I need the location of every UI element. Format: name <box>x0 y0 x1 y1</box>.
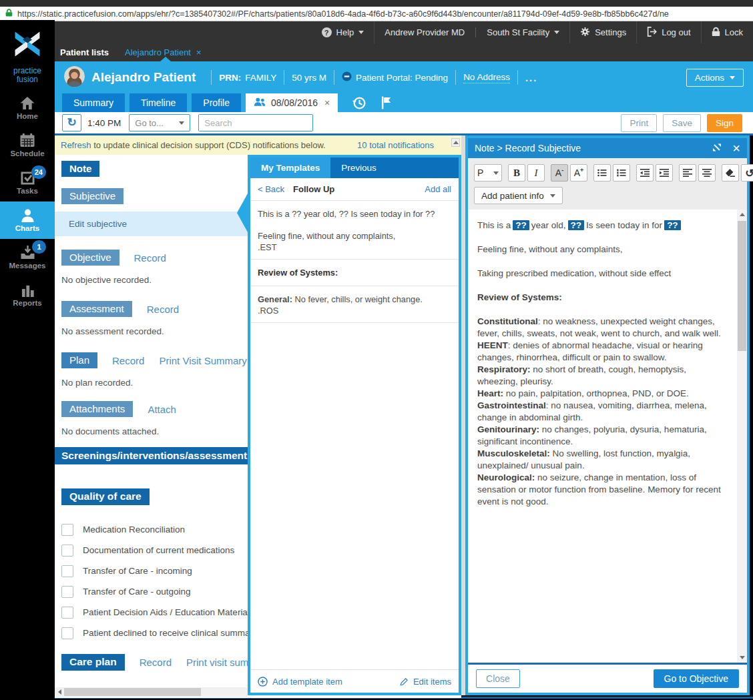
flag-icon[interactable] <box>381 93 391 112</box>
sidebar-item-charts[interactable]: Charts <box>0 202 55 239</box>
close-button[interactable]: Close <box>476 669 520 688</box>
ros-line: Gastrointestinal: no nausea, vomiting, d… <box>477 400 727 424</box>
scrollbar-thumb[interactable] <box>64 688 201 696</box>
sidebar-item-messages[interactable]: Messages 1 <box>0 239 55 276</box>
scroll-left-arrow[interactable] <box>55 687 64 697</box>
numbered-list-button[interactable] <box>613 164 630 182</box>
refresh-button[interactable] <box>62 114 81 131</box>
scroll-down-arrow[interactable] <box>737 653 747 663</box>
record-objective-link[interactable]: Record <box>134 252 166 264</box>
encounter-history-button[interactable] <box>352 93 366 112</box>
url-text[interactable]: https://static.practicefusion.com/apps/e… <box>17 9 669 19</box>
practice-fusion-logo[interactable]: practice fusion <box>0 20 55 84</box>
divider <box>475 27 476 37</box>
tab-my-templates[interactable]: My Templates <box>250 157 330 178</box>
add-all-link[interactable]: Add all <box>425 184 451 194</box>
attach-link[interactable]: Attach <box>148 404 176 415</box>
checkbox[interactable] <box>61 565 73 577</box>
checkbox[interactable] <box>61 586 73 598</box>
tab-summary[interactable]: Summary <box>62 93 125 112</box>
edit-subjective-row[interactable]: Edit subjective <box>55 212 248 236</box>
clear-formatting-button[interactable] <box>722 164 739 182</box>
save-button[interactable]: Save <box>663 114 701 132</box>
italic-button[interactable]: I <box>527 164 545 182</box>
tab-alejandro-patient[interactable]: Alejandro Patient × <box>125 47 202 57</box>
lock-button[interactable]: Lock <box>701 21 753 43</box>
logout-label: Log out <box>662 27 690 37</box>
align-center-button[interactable] <box>698 164 716 182</box>
ros-line: Musculoskeletal: No swelling, lost funct… <box>477 448 727 472</box>
bold-button[interactable]: B <box>508 164 525 182</box>
checkbox[interactable] <box>61 524 73 536</box>
cds-count-link[interactable]: 10 total notifications <box>357 140 434 150</box>
tab-timeline[interactable]: Timeline <box>130 93 187 112</box>
edit-items-button[interactable]: Edit items <box>400 677 451 687</box>
cds-refresh-link[interactable]: Refresh <box>61 140 91 150</box>
vertical-scrollbar[interactable] <box>737 210 747 663</box>
no-address-link[interactable]: No Address <box>463 72 510 83</box>
tab-profile[interactable]: Profile <box>192 93 241 112</box>
provider-facility-menu[interactable]: Andrew Provider MD South St Facility <box>374 21 569 43</box>
placeholder-token[interactable]: ?? <box>513 220 529 230</box>
sidebar-item-tasks[interactable]: Tasks 24 <box>0 164 55 202</box>
settings-button[interactable]: Settings <box>569 21 636 43</box>
sign-button[interactable]: Sign <box>707 114 742 132</box>
record-assessment-link[interactable]: Record <box>147 304 179 315</box>
actions-label: Actions <box>695 73 724 83</box>
horizontal-scrollbar[interactable] <box>55 687 248 697</box>
templates-popover: My Templates Previous < Back Follow Up A… <box>248 155 461 695</box>
checkbox[interactable] <box>61 545 73 557</box>
portal-label: Patient Portal: Pending <box>356 73 448 83</box>
search-input[interactable] <box>199 115 313 131</box>
browser-url-bar[interactable]: https://static.practicefusion.com/apps/e… <box>0 7 753 21</box>
back-link[interactable]: < Back <box>258 184 284 194</box>
attachments-badge: Attachments <box>61 401 133 417</box>
sidebar-item-reports[interactable]: Reports <box>0 276 55 314</box>
increase-font-button[interactable]: A+ <box>570 164 587 182</box>
expand-icon[interactable] <box>712 142 722 155</box>
actions-button[interactable]: Actions <box>686 69 744 87</box>
placeholder-token[interactable]: ?? <box>568 220 585 230</box>
patient-portal-status[interactable]: Patient Portal: Pending <box>342 71 448 83</box>
checkbox[interactable] <box>61 627 73 639</box>
template-item[interactable]: This is a ?? year old, ?? Is seen today … <box>250 201 459 260</box>
paragraph-style-select[interactable]: P <box>474 164 502 182</box>
tab-patient-lists[interactable]: Patient lists <box>60 47 109 57</box>
cds-notification-bar: Refresh to update clinical decision supp… <box>55 135 461 155</box>
bullet-list-button[interactable] <box>593 164 611 182</box>
more-options-button[interactable]: ... <box>525 72 538 83</box>
popover-arrow <box>237 194 248 232</box>
sidebar-item-schedule[interactable]: Schedule <box>0 127 55 164</box>
scrollbar-thumb[interactable] <box>738 221 746 351</box>
close-icon[interactable]: × <box>324 97 330 108</box>
indent-button[interactable] <box>656 164 673 182</box>
record-care-plan-link[interactable]: Record <box>140 657 172 668</box>
undo-button[interactable] <box>741 164 753 182</box>
print-button[interactable]: Print <box>621 114 657 132</box>
checkbox[interactable] <box>61 607 73 619</box>
record-plan-link[interactable]: Record <box>112 355 144 366</box>
logout-button[interactable]: Log out <box>636 21 700 43</box>
editor-breadcrumb: Note > Record Subjective <box>475 143 581 153</box>
add-template-item-button[interactable]: Add template item <box>258 677 342 687</box>
add-patient-info-button[interactable]: Add patient info <box>474 187 563 204</box>
align-left-button[interactable] <box>679 164 696 182</box>
decrease-font-button[interactable]: A- <box>551 164 568 182</box>
go-to-objective-button[interactable]: Go to Objective <box>654 669 740 688</box>
close-icon[interactable]: × <box>196 47 202 57</box>
sidebar-item-home[interactable]: Home <box>0 89 55 127</box>
template-item[interactable]: General: No fever, chills, or weight cha… <box>250 286 459 323</box>
close-icon[interactable]: × <box>732 141 740 155</box>
scroll-up-arrow[interactable] <box>451 138 460 147</box>
scroll-up-arrow[interactable] <box>737 210 747 220</box>
subjective-editor-content[interactable]: This is a??year old,??Is seen today in f… <box>468 210 747 663</box>
avatar[interactable] <box>64 66 85 89</box>
tab-encounter[interactable]: 08/08/2016 × <box>246 93 338 112</box>
tab-previous[interactable]: Previous <box>330 157 387 178</box>
placeholder-token[interactable]: ?? <box>664 220 681 230</box>
help-menu[interactable]: ? Help <box>312 21 374 43</box>
quality-item-label: Documentation of current medications <box>83 545 234 555</box>
print-visit-summary-link[interactable]: Print Visit Summary <box>159 355 246 366</box>
outdent-button[interactable] <box>636 164 654 182</box>
goto-select[interactable]: Go to... <box>129 114 190 131</box>
